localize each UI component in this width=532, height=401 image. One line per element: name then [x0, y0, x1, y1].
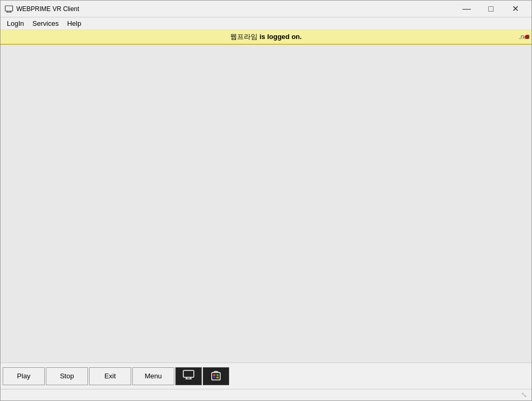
- menu-bar: LogIn Services Help: [1, 17, 531, 30]
- status-text: 웹프라임 is logged on.: [5, 32, 527, 42]
- svg-rect-11: [213, 377, 215, 378]
- svg-rect-8: [212, 373, 220, 380]
- stop-button[interactable]: Stop: [46, 367, 88, 385]
- store-button[interactable]: [203, 367, 229, 385]
- menu-item-login[interactable]: LogIn: [3, 18, 28, 28]
- bottom-toolbar: Play Stop Exit Menu: [1, 363, 531, 389]
- resize-grip[interactable]: ⤡: [521, 391, 529, 399]
- minimize-button[interactable]: —: [455, 2, 479, 16]
- display-icon: [183, 370, 194, 382]
- svg-rect-10: [216, 374, 219, 376]
- display-button[interactable]: [175, 367, 202, 385]
- svg-rect-9: [213, 374, 215, 376]
- maximize-button[interactable]: □: [479, 2, 503, 16]
- status-message: is logged on.: [258, 33, 302, 41]
- svg-rect-12: [216, 377, 219, 378]
- main-content-area: [1, 45, 531, 363]
- title-bar-controls: — □ ✕: [455, 2, 527, 16]
- svg-rect-4: [183, 370, 194, 377]
- status-username: 웹프라임: [230, 33, 258, 41]
- status-bar-top: 웹프라임 is logged on. .net: [1, 30, 531, 45]
- menu-item-services[interactable]: Services: [28, 18, 63, 28]
- svg-rect-0: [5, 6, 13, 11]
- play-button[interactable]: Play: [3, 367, 45, 385]
- status-bar-bottom: ⤡: [1, 389, 531, 400]
- close-button[interactable]: ✕: [503, 2, 527, 16]
- window-title: WEBPRIME VR Client: [16, 5, 79, 13]
- dotnet-badge: .net: [519, 33, 529, 41]
- title-bar-left: WEBPRIME VR Client: [5, 5, 79, 13]
- app-icon: [5, 5, 13, 13]
- menu-item-help[interactable]: Help: [63, 18, 85, 28]
- exit-button[interactable]: Exit: [89, 367, 131, 385]
- corner-decoration: .net: [525, 30, 531, 44]
- menu-button[interactable]: Menu: [132, 367, 174, 385]
- title-bar: WEBPRIME VR Client — □ ✕: [1, 1, 531, 17]
- main-window: WEBPRIME VR Client — □ ✕ LogIn Services …: [0, 0, 532, 401]
- store-icon: [211, 369, 221, 383]
